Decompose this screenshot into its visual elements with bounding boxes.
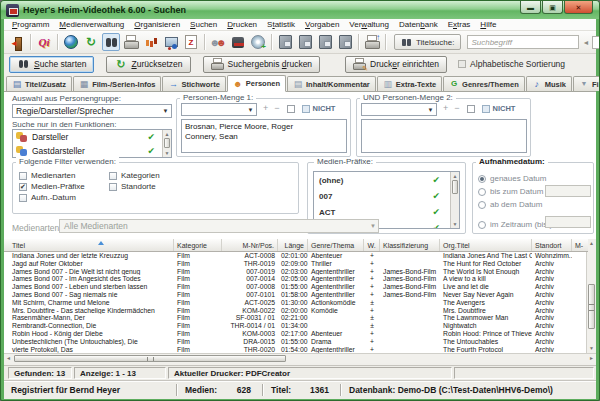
radio-genaues-datum[interactable]: genaues Datum <box>478 172 552 185</box>
menu-item-medienverwaltung[interactable]: Medienverwaltung <box>54 20 129 29</box>
datum-bis-input[interactable] <box>545 185 591 197</box>
radio-im-zeitraum-bis[interactable]: im Zeitraum (bis:) <box>478 218 552 231</box>
disk-3-icon[interactable] <box>316 33 334 51</box>
column-header-org-titel[interactable]: Org.Titel <box>440 239 532 251</box>
table-row[interactable]: Jagd auf Roter OktoberFilmTHR-001902:09:… <box>4 260 588 268</box>
exit-icon[interactable] <box>8 33 26 51</box>
radio-ab-dem-datum[interactable]: ab dem Datum <box>478 198 552 211</box>
printer-icon[interactable] <box>122 33 140 51</box>
funktion-item-darsteller[interactable]: Darsteller✔ <box>13 130 171 144</box>
table-row[interactable]: James Bond 007 - Sag niemals nieFilm007-… <box>4 291 588 299</box>
add-person-icon[interactable]: + <box>263 104 268 113</box>
clear-set-icon[interactable] <box>467 105 475 113</box>
column-header-genre-thema[interactable]: Genre/Thema <box>308 239 364 251</box>
menge1-nicht-checkbox[interactable]: NICHT <box>302 104 336 113</box>
drucker-einrichten-button[interactable]: ✎Drucker einrichten <box>345 56 447 73</box>
menu-item-vorgaben[interactable]: Vorgaben <box>300 20 344 29</box>
menge1-person-list[interactable]: Brosnan, Pierce Moore, RogerConnery, Sea… <box>181 119 347 153</box>
table-row[interactable]: Rasenmäher-Mann, DerFilmSF-0031 / 0102:2… <box>4 314 588 322</box>
menu-item-hilfe[interactable]: Hilfe <box>475 20 501 29</box>
column-header-titel[interactable]: Titel <box>4 239 174 251</box>
zuruecksetzen-button[interactable]: Zurücksetzen <box>106 56 190 73</box>
nav-prev-icon[interactable]: ◄ <box>582 39 589 46</box>
add-person-icon[interactable]: + <box>443 104 448 113</box>
scroll-thumb[interactable] <box>164 138 170 148</box>
praefixe-scrollbar[interactable]: ▲ ▼ <box>450 172 459 228</box>
filter-checkbox-standorte[interactable]: Standorte <box>109 181 160 192</box>
zeitraum-bis-input[interactable] <box>545 216 591 228</box>
menu-item-statistik[interactable]: Statistik <box>262 20 300 29</box>
disk-1-icon[interactable] <box>276 33 294 51</box>
menge2-nicht-checkbox[interactable]: NICHT <box>482 104 516 113</box>
suchergebnis-drucken-button[interactable]: Suchergebnis drucken <box>203 56 321 73</box>
scroll-up-icon[interactable]: ▲ <box>163 130 171 138</box>
menu-item-programm[interactable]: Programm <box>7 20 54 29</box>
table-row[interactable]: James Bond 007 - Die Welt ist nicht genu… <box>4 268 588 276</box>
scroll-left-icon[interactable]: ◄ <box>4 354 13 363</box>
filter-checkbox-aufn-datum[interactable]: Aufn.-Datum <box>19 192 105 203</box>
tab-inhalt-kommentar[interactable]: ▤Inhalt/Kommentar <box>287 76 376 91</box>
table-row[interactable]: Indiana Jones und der letzte KreuzzugFil… <box>4 252 588 260</box>
menu-item-drucken[interactable]: Drucken <box>222 20 262 29</box>
table-row[interactable]: Mit Schirm, Charme und MeloneFilmACT-002… <box>4 299 588 307</box>
column-header-m-nr-pos[interactable]: M-Nr/Pos. <box>222 239 278 251</box>
column-header-klassifizierung[interactable]: Klassifizierung <box>380 239 440 251</box>
menge2-select[interactable]: ▼ <box>361 103 437 116</box>
scroll-down-icon[interactable]: ▼ <box>587 344 596 353</box>
scroll-thumb[interactable] <box>14 355 286 362</box>
report-z-icon[interactable] <box>182 33 200 51</box>
globe-icon[interactable] <box>62 33 80 51</box>
medienarten-input[interactable]: Alle Medienarten ▼ <box>59 219 379 233</box>
menu-item-extras[interactable]: Extras <box>443 20 476 29</box>
maximize-button[interactable]: ▣ <box>542 1 563 14</box>
remove-person-icon[interactable]: − <box>274 104 279 113</box>
tab-extra-texte[interactable]: ▥Extra-Texte <box>377 76 442 91</box>
disk-2-icon[interactable] <box>296 33 314 51</box>
qi-logo-icon[interactable]: Qi <box>35 33 53 51</box>
column-header-m[interactable]: M- <box>572 239 588 251</box>
close-button[interactable]: ✕ <box>564 1 593 14</box>
menge2-person-list[interactable] <box>361 119 527 153</box>
alphabetical-sort-checkbox[interactable]: Alphabetische Sortierung <box>458 59 565 69</box>
funktion-item-gastdarsteller[interactable]: Gastdarsteller✔ <box>13 144 171 158</box>
table-row[interactable]: James Bond 007 - Im Angesicht des TodesF… <box>4 275 588 283</box>
media-box-icon[interactable] <box>229 33 247 51</box>
menu-item-datenbank[interactable]: Datenbank <box>394 20 443 29</box>
filter-checkbox-medien-pr-fixe[interactable]: ✔Medien-Präfixe <box>19 181 105 192</box>
menge1-select[interactable]: ▼ <box>181 103 257 116</box>
menu-item-organisieren[interactable]: Organisieren <box>129 20 185 29</box>
scroll-thumb[interactable] <box>452 180 458 194</box>
tab-film-serien-infos[interactable]: ▦Film-/Serien-Infos <box>73 76 161 91</box>
suche-starten-button[interactable]: Suche starten <box>9 56 94 73</box>
minimize-button[interactable]: ▬ <box>520 1 541 14</box>
statistics-icon[interactable] <box>142 33 160 51</box>
scroll-up-icon[interactable]: ▲ <box>587 239 596 248</box>
table-horizontal-scrollbar[interactable]: ◄ ► <box>4 353 596 363</box>
praefix-item-ohne[interactable]: (ohne)✔ <box>314 172 459 188</box>
remove-person-icon[interactable]: − <box>454 104 459 113</box>
radio-bis-zum-datum[interactable]: bis zum Datum <box>478 185 552 198</box>
praefix-item-act[interactable]: ACT✔ <box>314 204 459 220</box>
table-row[interactable]: Robin Hood - König der DiebeFilmKOM-0003… <box>4 330 588 338</box>
result-number-box[interactable] <box>592 36 600 49</box>
column-header-l-nge[interactable]: Länge <box>278 239 308 251</box>
disk-4-icon[interactable] <box>336 33 354 51</box>
table-row[interactable]: vierte Protokoll, DasFilmTHR-002001:54:0… <box>4 346 588 353</box>
menu-item-suchen[interactable]: Suchen <box>185 20 222 29</box>
refresh-icon[interactable]: ↻ <box>82 33 100 51</box>
search-input[interactable] <box>467 35 579 49</box>
tab-stichworte[interactable]: →Stichworte <box>162 76 225 91</box>
scroll-up-icon[interactable]: ▲ <box>451 172 459 180</box>
clear-set-icon[interactable] <box>287 105 295 113</box>
cd-icon[interactable] <box>249 33 267 51</box>
table-row[interactable]: Rembrandt-Connection, DieFilmTHR-0014 / … <box>4 322 588 330</box>
scroll-right-icon[interactable]: ► <box>587 354 596 363</box>
table-vertical-scrollbar[interactable]: ▲ ▼ <box>586 239 596 353</box>
tab-musik[interactable]: ♪Musik <box>526 76 572 91</box>
filter-checkbox-medienarten[interactable]: Medienarten <box>19 170 105 181</box>
praefix-item-007[interactable]: 007✔ <box>314 188 459 204</box>
tab-genres-themen[interactable]: GGenres/Themen <box>443 76 525 91</box>
scroll-thumb[interactable] <box>588 284 595 329</box>
personengruppe-select[interactable]: Regie/Darsteller/Sprecher ▼ <box>12 104 172 118</box>
filter-checkbox-kategorien[interactable]: Kategorien <box>109 170 160 181</box>
